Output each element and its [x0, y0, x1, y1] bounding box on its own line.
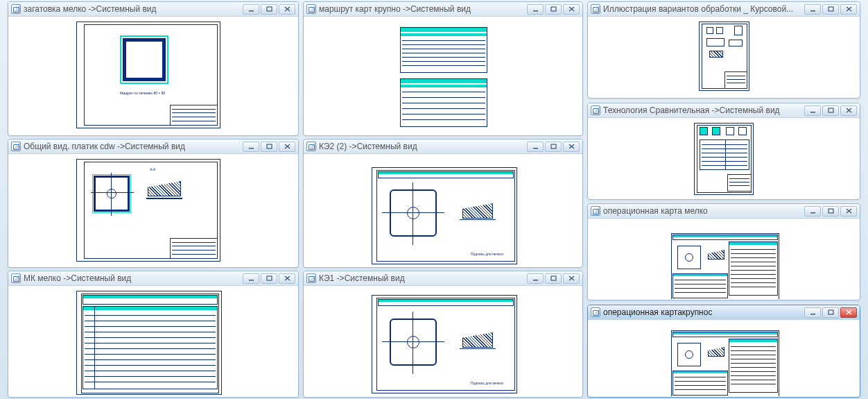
- title-bar[interactable]: операционная карта мелко: [588, 204, 860, 219]
- subwindow-oper-karta-krupno[interactable]: операционная картакрупнос: [587, 305, 860, 398]
- window-controls: [243, 142, 295, 152]
- svg-rect-10: [810, 112, 815, 113]
- window-title: Технология Сравнительная ->Системный вид: [603, 105, 804, 115]
- canvas: [589, 321, 859, 396]
- svg-rect-9: [551, 144, 556, 148]
- subwindow-oper-karta-melko[interactable]: операционная карта мелко: [587, 203, 860, 300]
- minimize-button[interactable]: [243, 4, 259, 15]
- maximize-button[interactable]: [261, 4, 277, 15]
- window-title: операционная картакрупнос: [603, 307, 804, 317]
- maximize-button[interactable]: [545, 273, 562, 284]
- title-bar[interactable]: Технология Сравнительная ->Системный вид: [588, 103, 860, 118]
- close-button[interactable]: [279, 142, 295, 152]
- maximize-button[interactable]: [545, 4, 562, 15]
- svg-rect-18: [810, 314, 815, 315]
- maximize-button[interactable]: [822, 105, 839, 116]
- close-button[interactable]: [279, 4, 295, 15]
- document-icon: [591, 4, 600, 14]
- document-icon: [591, 307, 600, 317]
- svg-rect-7: [267, 144, 272, 148]
- window-title: Иллюстрация вариантов обработки _ Курсов…: [603, 4, 804, 14]
- window-controls: [804, 206, 857, 217]
- maximize-button[interactable]: [261, 273, 277, 284]
- title-bar[interactable]: Иллюстрация вариантов обработки _ Курсов…: [588, 2, 860, 17]
- svg-rect-15: [551, 276, 556, 280]
- window-controls: [527, 4, 580, 15]
- subwindow-ke1[interactable]: КЭ1 ->Системный вид Подпись для печати: [303, 271, 583, 398]
- svg-rect-5: [828, 7, 833, 11]
- canvas: Квадрат по сечению 80 × 80: [9, 17, 297, 135]
- document-icon: [591, 206, 600, 216]
- canvas: [304, 17, 582, 135]
- document-icon: [11, 273, 21, 283]
- svg-rect-11: [828, 108, 833, 112]
- window-title: операционная карта мелко: [603, 206, 804, 216]
- close-button[interactable]: [840, 307, 857, 318]
- minimize-button[interactable]: [804, 307, 821, 318]
- minimize-button[interactable]: [243, 142, 259, 152]
- window-controls: [243, 4, 295, 15]
- document-icon: [11, 4, 21, 14]
- maximize-button[interactable]: [822, 4, 839, 15]
- window-title: маршрут карт крупно ->Системный вид: [319, 4, 527, 14]
- close-button[interactable]: [840, 105, 857, 116]
- svg-rect-2: [533, 10, 538, 12]
- title-bar[interactable]: операционная картакрупнос: [588, 305, 860, 320]
- svg-rect-4: [810, 10, 815, 12]
- close-button[interactable]: [840, 4, 857, 15]
- window-title: МК мелко ->Системный вид: [24, 273, 243, 283]
- svg-rect-14: [533, 280, 538, 281]
- svg-rect-6: [249, 148, 254, 149]
- minimize-button[interactable]: [527, 4, 544, 15]
- window-controls: [527, 142, 580, 152]
- window-title: КЭ1 ->Системный вид: [319, 273, 527, 283]
- svg-rect-0: [249, 10, 254, 12]
- subwindow-mk-melko[interactable]: МК мелко ->Системный вид: [8, 271, 299, 398]
- document-icon: [591, 105, 600, 115]
- title-bar[interactable]: Общий вид. платик cdw ->Системный вид: [8, 139, 298, 154]
- canvas: Подпись для печати: [304, 287, 582, 396]
- window-controls: [804, 307, 857, 318]
- subwindow-technology-compare[interactable]: Технология Сравнительная ->Системный вид: [587, 103, 860, 200]
- title-bar[interactable]: маршрут карт крупно ->Системный вид: [304, 2, 582, 17]
- canvas: [589, 219, 859, 299]
- canvas: А-А: [9, 155, 297, 266]
- window-controls: [527, 273, 580, 284]
- subwindow-illustration-variants[interactable]: Иллюстрация вариантов обработки _ Курсов…: [587, 1, 860, 99]
- minimize-button[interactable]: [804, 4, 821, 15]
- window-controls: [804, 4, 857, 15]
- close-button[interactable]: [279, 273, 295, 284]
- svg-rect-16: [810, 212, 815, 214]
- minimize-button[interactable]: [243, 273, 259, 284]
- svg-rect-8: [533, 148, 538, 149]
- minimize-button[interactable]: [527, 273, 544, 284]
- minimize-button[interactable]: [527, 142, 544, 152]
- window-controls: [243, 273, 295, 284]
- subwindow-obshiy-vid[interactable]: Общий вид. платик cdw ->Системный вид А-…: [8, 139, 299, 268]
- subwindow-marshrut-kart[interactable]: маршрут карт крупно ->Системный вид: [303, 1, 583, 136]
- title-bar[interactable]: загатовка мелко ->Системный вид: [8, 2, 298, 17]
- title-bar[interactable]: МК мелко ->Системный вид: [8, 271, 298, 286]
- close-button[interactable]: [840, 206, 857, 217]
- close-button[interactable]: [563, 273, 580, 284]
- title-bar[interactable]: КЭ2 (2) ->Системный вид: [304, 139, 582, 154]
- document-icon: [306, 273, 316, 283]
- canvas: [9, 287, 297, 396]
- subwindow-zagatovka-melko[interactable]: загатовка мелко ->Системный вид Квадрат …: [8, 1, 299, 136]
- canvas: [589, 119, 859, 198]
- close-button[interactable]: [563, 4, 580, 15]
- maximize-button[interactable]: [545, 142, 562, 152]
- maximize-button[interactable]: [822, 307, 839, 318]
- canvas: [589, 17, 859, 97]
- title-bar[interactable]: КЭ1 ->Системный вид: [304, 271, 582, 286]
- svg-rect-13: [267, 276, 272, 280]
- maximize-button[interactable]: [822, 206, 839, 217]
- document-icon: [11, 142, 21, 151]
- svg-rect-1: [267, 7, 272, 11]
- subwindow-ke2[interactable]: КЭ2 (2) ->Системный вид Подпись для печа…: [303, 139, 583, 268]
- maximize-button[interactable]: [261, 142, 277, 152]
- svg-rect-19: [828, 310, 833, 314]
- minimize-button[interactable]: [804, 105, 821, 116]
- close-button[interactable]: [563, 142, 580, 152]
- minimize-button[interactable]: [804, 206, 821, 217]
